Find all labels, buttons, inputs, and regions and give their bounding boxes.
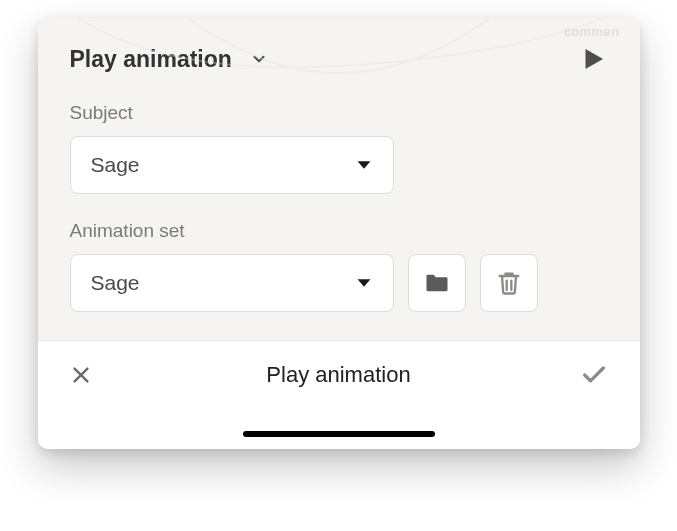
folder-icon xyxy=(423,269,451,297)
animation-set-select[interactable]: Sage xyxy=(70,254,394,312)
subject-value: Sage xyxy=(91,153,140,177)
folder-button[interactable] xyxy=(408,254,466,312)
panel-title: Play animation xyxy=(70,46,232,73)
subject-label: Subject xyxy=(70,102,608,124)
check-icon[interactable] xyxy=(580,361,608,389)
chevron-down-icon xyxy=(353,154,375,176)
header-title-group[interactable]: Play animation xyxy=(70,46,268,73)
panel-upper: Play animation Subject Sage Animation se… xyxy=(38,18,640,340)
home-indicator[interactable] xyxy=(243,431,435,437)
delete-button[interactable] xyxy=(480,254,538,312)
subject-row: Sage xyxy=(70,136,608,194)
chevron-down-icon xyxy=(353,272,375,294)
trash-icon xyxy=(495,269,523,297)
animation-set-label: Animation set xyxy=(70,220,608,242)
close-icon[interactable] xyxy=(70,364,92,386)
subject-select[interactable]: Sage xyxy=(70,136,394,194)
footer-title: Play animation xyxy=(266,362,410,388)
animation-panel: commen Play animation Subject Sage Anima xyxy=(38,18,640,449)
panel-header: Play animation xyxy=(70,44,608,74)
chevron-down-icon xyxy=(250,50,268,68)
animation-set-value: Sage xyxy=(91,271,140,295)
panel-footer: Play animation xyxy=(38,340,640,417)
comment-hint: commen xyxy=(564,24,620,39)
home-indicator-area xyxy=(38,417,640,449)
animation-set-row: Sage xyxy=(70,254,608,312)
play-icon[interactable] xyxy=(578,44,608,74)
